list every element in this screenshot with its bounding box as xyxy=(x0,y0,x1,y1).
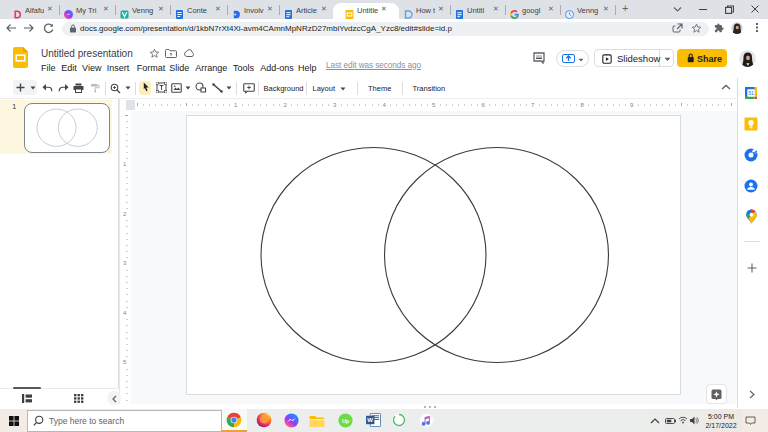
svg-text:W: W xyxy=(367,417,373,423)
svg-text:Up: Up xyxy=(342,417,350,423)
svg-text:31: 31 xyxy=(748,90,754,96)
